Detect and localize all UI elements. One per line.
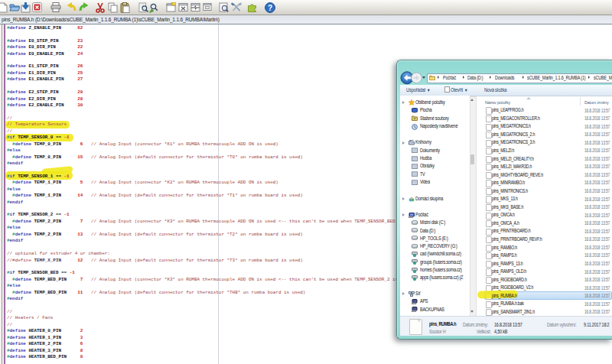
svg-text:?: ?	[267, 4, 272, 12]
